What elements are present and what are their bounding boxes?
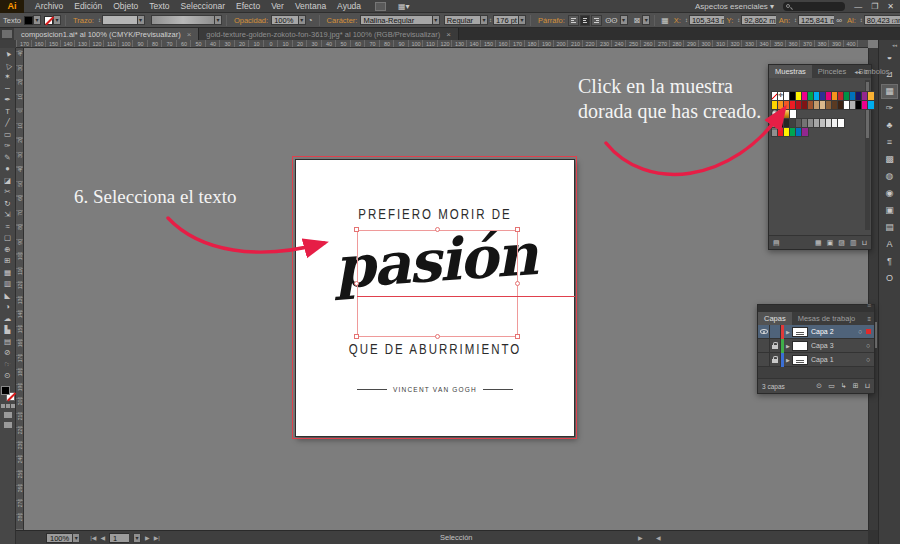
swatch[interactable] (856, 101, 862, 109)
opentype-panel-icon[interactable]: O (881, 271, 898, 286)
new-layer-icon[interactable]: ⊞ (853, 382, 859, 390)
mesh-tool[interactable]: ▦ (0, 267, 16, 279)
text-selection-bbox[interactable] (357, 230, 518, 337)
character-label[interactable]: Carácter: (327, 16, 358, 25)
swatch[interactable] (772, 101, 778, 109)
panel-menu-icon[interactable]: ≡ (864, 69, 868, 75)
swatches-panel-icon[interactable]: ▦ (881, 84, 898, 99)
swatch[interactable] (778, 119, 784, 127)
eraser-tool[interactable]: ◪ (0, 175, 16, 187)
swatch[interactable] (844, 92, 850, 100)
swatch-options-icon[interactable]: ▣ (827, 239, 834, 247)
width-profile-dropdown[interactable]: ▾ (214, 15, 222, 25)
swatch[interactable] (790, 101, 796, 109)
rotate-tool[interactable]: ↻ (0, 198, 16, 210)
width-field[interactable]: 125,841 mm (798, 15, 834, 25)
reference-point-icon[interactable]: ▦ (661, 16, 669, 25)
controlbar-collapse-icon[interactable]: » (892, 17, 896, 24)
layers-panel-grab-bar[interactable] (758, 305, 874, 312)
blob-brush-tool[interactable]: ● (0, 163, 16, 175)
swatch[interactable] (814, 101, 820, 109)
swatch[interactable] (832, 119, 838, 127)
x-field[interactable]: 105,343 mm (689, 15, 724, 25)
restore-button[interactable]: ❐ (871, 2, 878, 12)
tab-corner-icon[interactable] (0, 28, 14, 40)
align-center-button[interactable] (580, 15, 591, 26)
fill-indicator[interactable] (1, 386, 10, 395)
stroke-weight-label[interactable]: Trazo: (73, 16, 94, 25)
stroke-color-swatch[interactable] (44, 16, 53, 25)
layers-tab-capas[interactable]: Capas (758, 312, 792, 325)
tab-close-icon[interactable]: × (187, 30, 192, 39)
swatch[interactable]: ✛ (778, 92, 784, 100)
stroke-stepper[interactable]: ↕ (98, 17, 101, 23)
swatch[interactable] (778, 110, 784, 118)
stroke-weight-field[interactable] (102, 15, 137, 25)
rectangle-tool[interactable]: ▭ (0, 129, 16, 141)
layer-expand-icon[interactable]: ▶ (784, 357, 792, 363)
swatch[interactable] (808, 92, 814, 100)
stroke-panel-icon[interactable]: ≡ (881, 135, 898, 150)
pencil-tool[interactable]: ✎ (0, 152, 16, 164)
swatch[interactable] (796, 101, 802, 109)
locate-object-icon[interactable]: ⊙ (816, 382, 822, 390)
appearance-panel-icon[interactable]: ◉ (881, 186, 898, 201)
dock-expand-icon[interactable]: ◂◂ (892, 42, 897, 48)
graphic-styles-panel-icon[interactable]: ▣ (881, 203, 898, 218)
type-tool[interactable]: T (0, 106, 16, 118)
artboard-number-field[interactable]: 1 (109, 533, 129, 543)
color-group-icon[interactable] (772, 119, 778, 127)
scale-tool[interactable]: ⇲ (0, 209, 16, 221)
layer-row-capa-3[interactable]: ▶Capa 3○ (758, 339, 874, 353)
hscroll-right-arrow[interactable]: ▶ (638, 534, 643, 541)
workspace-switcher[interactable]: Aspectos esenciales ▾ (695, 2, 774, 11)
layer-name[interactable]: Capa 2 (811, 328, 854, 335)
font-style-dropdown[interactable]: ▾ (480, 15, 488, 25)
layers-tab-mesas-de-trabajo[interactable]: Mesas de trabajo (792, 312, 862, 325)
zoom-level-field[interactable]: 100% (46, 533, 72, 543)
swatch[interactable] (826, 101, 832, 109)
fill-stroke-indicator[interactable] (1, 386, 15, 401)
swatch-libraries-icon[interactable]: ▤ (773, 239, 780, 247)
color-panel-icon[interactable]: ◒ (881, 50, 898, 65)
zoom-tool[interactable]: ⊙ (0, 370, 16, 382)
y-label[interactable]: Y: (727, 16, 734, 25)
scissors-tool[interactable]: ✂ (0, 186, 16, 198)
swatch[interactable] (802, 128, 808, 136)
align-left-button[interactable] (568, 15, 579, 26)
no-style-icon[interactable]: ⊠ (634, 16, 641, 25)
swatch[interactable] (814, 92, 820, 100)
swatch[interactable] (832, 101, 838, 109)
artboard-dropdown[interactable]: ▾ (133, 533, 141, 543)
selection-handle[interactable] (515, 281, 520, 286)
perspective-grid-tool[interactable]: ⊞ (0, 255, 16, 267)
screen-mode-button[interactable] (4, 422, 12, 428)
fill-dropdown-icon[interactable]: ▾ (33, 15, 41, 25)
width-stepper[interactable]: ↕ (794, 17, 797, 23)
selection-handle[interactable] (515, 334, 520, 339)
menu-ayuda[interactable]: Ayuda (337, 1, 361, 11)
gold-swatch[interactable] (784, 110, 790, 118)
swatch[interactable] (862, 92, 868, 100)
symbol-sprayer-tool[interactable]: ☁ (0, 313, 16, 325)
minimize-button[interactable]: — (854, 2, 862, 12)
layer-name[interactable]: Capa 1 (811, 356, 862, 363)
horizontal-ruler[interactable]: 0102030405060708090100110120130140150160… (16, 40, 868, 48)
swatch[interactable] (820, 92, 826, 100)
font-size-field[interactable]: 176 pt (493, 15, 518, 25)
color-group-icon[interactable] (772, 128, 778, 136)
swatch[interactable] (772, 92, 778, 100)
layer-name[interactable]: Capa 3 (811, 342, 862, 349)
new-color-group-icon[interactable]: ▨ (838, 239, 845, 247)
hscroll-left-arrow[interactable]: ◀ (656, 534, 661, 541)
gradient-panel-icon[interactable]: ▩ (881, 152, 898, 167)
layer-target-icon[interactable]: ○ (862, 356, 874, 363)
artboard-tool[interactable]: ▤ (0, 336, 16, 348)
layer-lock-toggle[interactable] (770, 353, 781, 367)
brushes-panel-icon[interactable]: ✑ (881, 101, 898, 116)
width-label[interactable]: An: (779, 16, 790, 25)
delete-swatch-icon[interactable]: ⊔ (862, 239, 867, 247)
line-tool[interactable]: ╱ (0, 117, 16, 129)
swatch[interactable] (784, 128, 790, 136)
swatch[interactable] (784, 92, 790, 100)
